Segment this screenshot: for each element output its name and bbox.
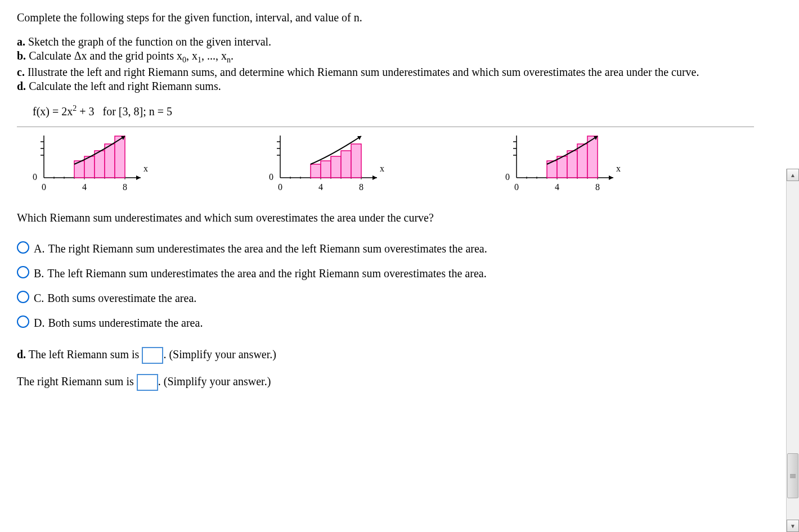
svg-rect-40 [351, 144, 361, 178]
x-label: x [380, 164, 384, 174]
formula-plus: + 3 [77, 105, 94, 118]
option-c-text: Both sums overestimate the area. [47, 291, 196, 305]
svg-rect-59 [567, 151, 577, 178]
d-label: d. [17, 348, 26, 360]
part-d-answers: d. The left Riemann sum is . (Simplify y… [17, 347, 754, 391]
option-a-letter: A. [34, 241, 44, 256]
tick-4: 4 [318, 182, 323, 192]
zero-y: 0 [269, 172, 273, 182]
zero-x: 0 [514, 182, 519, 192]
option-a[interactable]: A. The right Riemann sum underestimates … [17, 241, 754, 256]
svg-rect-19 [115, 136, 125, 178]
step-c: c. Illustrate the left and right Riemann… [17, 66, 754, 79]
right-riemann-input[interactable] [137, 374, 158, 391]
sub-n: n [227, 56, 231, 64]
x-label: x [616, 164, 621, 174]
svg-rect-60 [577, 144, 587, 178]
tick-8: 8 [123, 182, 127, 192]
graph-3: x 0 0 4 8 [501, 133, 625, 195]
tick-4: 4 [555, 182, 559, 192]
graphs-row: x 0 0 4 8 [28, 133, 754, 195]
formula-for: for [3, 8]; n = 5 [95, 105, 172, 118]
svg-rect-17 [95, 151, 105, 178]
left-riemann-line: d. The left Riemann sum is . (Simplify y… [17, 347, 754, 364]
svg-marker-6 [136, 175, 141, 180]
step-a: a. Sketch the graph of the function on t… [17, 35, 754, 48]
svg-rect-58 [557, 156, 567, 178]
radio-d[interactable] [17, 315, 29, 328]
svg-rect-16 [84, 156, 95, 178]
svg-marker-27 [372, 175, 377, 180]
right-riemann-line: The right Riemann sum is . (Simplify you… [17, 374, 754, 391]
options-group: A. The right Riemann sum underestimates … [17, 241, 754, 330]
steps-list: a. Sketch the graph of the function on t… [17, 35, 754, 93]
option-b-text: The left Riemann sum underestimates the … [47, 266, 486, 281]
zero-y: 0 [505, 172, 510, 182]
option-d[interactable]: D. Both sums underestimate the area. [17, 315, 754, 330]
svg-rect-61 [587, 136, 598, 178]
option-d-text: Both sums underestimate the area. [48, 315, 203, 330]
step-b: b. Calculate Δx and the grid points x0, … [17, 49, 754, 65]
step-d-label: d. [17, 80, 26, 92]
intro-text: Complete the following steps for the giv… [17, 11, 754, 24]
option-c-letter: C. [34, 291, 44, 305]
svg-rect-39 [341, 151, 351, 178]
option-b-letter: B. [34, 266, 44, 281]
step-b-post: . [231, 49, 234, 62]
svg-rect-38 [331, 156, 341, 178]
tick-8: 8 [595, 182, 600, 192]
formula: f(x) = 2x2 + 3 for [3, 8]; n = 5 [33, 104, 754, 118]
option-b[interactable]: B. The left Riemann sum underestimates t… [17, 266, 754, 281]
right-post: . (Simplify your answer.) [158, 375, 271, 387]
left-post: . (Simplify your answer.) [163, 348, 276, 360]
step-a-label: a. [17, 35, 25, 48]
divider [17, 127, 754, 127]
formula-fx: f(x) = 2x [33, 105, 73, 118]
option-c[interactable]: C. Both sums overestimate the area. [17, 291, 754, 305]
svg-rect-36 [311, 164, 321, 178]
x-label: x [143, 164, 148, 174]
graph-2: x 0 0 4 8 [264, 133, 388, 195]
zero-x: 0 [42, 182, 46, 192]
step-d-text: Calculate the left and right Riemann sum… [26, 80, 221, 92]
radio-c[interactable] [17, 291, 29, 303]
radio-a[interactable] [17, 241, 29, 254]
radio-b[interactable] [17, 266, 29, 278]
zero-x: 0 [278, 182, 282, 192]
option-d-letter: D. [34, 315, 44, 330]
sub-0: 0 [182, 56, 186, 64]
question-text: Which Riemann sum underestimates and whi… [17, 211, 754, 224]
zero-y: 0 [33, 172, 37, 182]
tick-8: 8 [359, 182, 363, 192]
graph-1: x 0 0 4 8 [28, 133, 152, 195]
step-c-label: c. [17, 66, 25, 78]
step-b-label: b. [17, 49, 26, 62]
scrollbar[interactable]: ▲ ▼ [786, 169, 799, 412]
sub-1: 1 [197, 56, 201, 64]
svg-rect-37 [321, 161, 331, 178]
step-b-mid2: , ..., x [201, 49, 227, 62]
step-b-mid1: , x [186, 49, 197, 62]
left-pre: The left Riemann sum is [26, 348, 142, 360]
left-riemann-input[interactable] [142, 347, 163, 364]
scroll-up-button[interactable]: ▲ [787, 169, 799, 181]
tick-4: 4 [82, 182, 87, 192]
svg-marker-48 [609, 175, 613, 180]
option-a-text: The right Riemann sum underestimates the… [48, 241, 487, 256]
step-d: d. Calculate the left and right Riemann … [17, 80, 754, 93]
step-a-text: Sketch the graph of the function on the … [25, 35, 271, 48]
right-pre: The right Riemann sum is [17, 375, 137, 387]
step-c-text: Illustrate the left and right Riemann su… [25, 66, 699, 78]
svg-rect-18 [105, 144, 115, 178]
step-b-pre: Calculate Δx and the grid points x [26, 49, 182, 62]
